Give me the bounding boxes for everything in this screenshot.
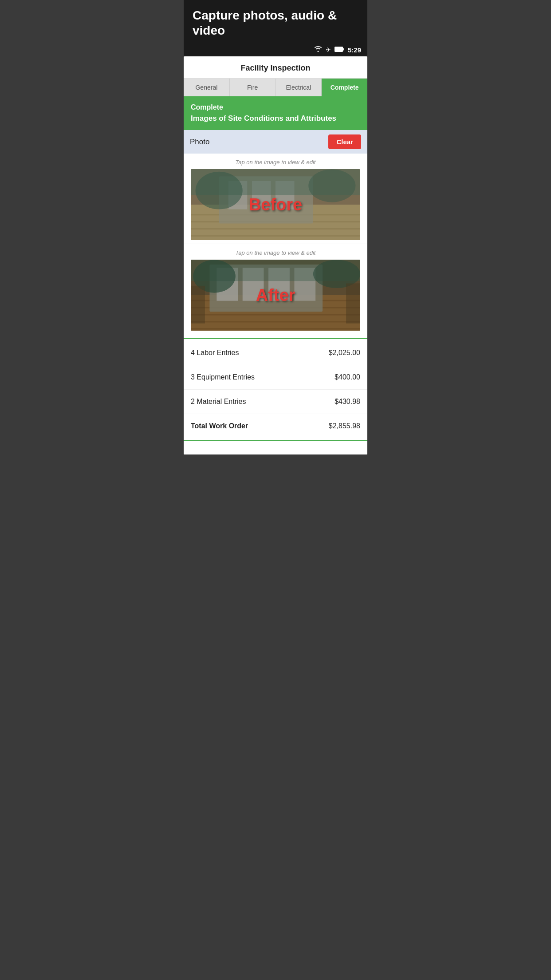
status-time: 5:29 [348, 46, 361, 54]
tab-electrical[interactable]: Electrical [276, 79, 322, 96]
labor-entry-value: $2,025.00 [329, 349, 360, 357]
material-entry-row: 2 Material Entries $430.98 [184, 390, 367, 414]
section-subtitle: Images of Site Conditions and Attributes [191, 114, 360, 123]
after-label: After [256, 286, 295, 305]
svg-rect-0 [335, 47, 342, 52]
equipment-entry-label: 3 Equipment Entries [191, 373, 255, 381]
after-image-section[interactable]: Tap on the image to view & edit [184, 244, 367, 338]
card-header: Facility Inspection [184, 56, 367, 79]
section-header: Complete Images of Site Conditions and A… [184, 97, 367, 130]
material-entry-value: $430.98 [335, 398, 360, 406]
labor-entry-row: 4 Labor Entries $2,025.00 [184, 341, 367, 365]
total-entry-value: $2,855.98 [329, 422, 360, 430]
svg-rect-19 [191, 314, 360, 316]
tab-fire[interactable]: Fire [230, 79, 276, 96]
entries-section: 4 Labor Entries $2,025.00 3 Equipment En… [184, 339, 367, 440]
tabs-row: General Fire Electrical Complete [184, 79, 367, 97]
status-bar: ✈ 5:29 [184, 44, 367, 56]
section-title: Complete [191, 103, 360, 111]
photo-label: Photo [190, 138, 209, 146]
after-image[interactable]: After [191, 260, 360, 331]
before-image-hint: Tap on the image to view & edit [191, 159, 360, 166]
main-card: Facility Inspection General Fire Electri… [184, 56, 367, 454]
svg-point-13 [196, 172, 243, 209]
svg-rect-30 [191, 286, 205, 324]
svg-rect-20 [191, 321, 360, 323]
bottom-spacer [184, 441, 367, 454]
before-label: Before [249, 195, 302, 214]
after-image-hint: Tap on the image to view & edit [191, 249, 360, 256]
before-image-section[interactable]: Tap on the image to view & edit Before [184, 154, 367, 244]
svg-rect-1 [343, 48, 344, 51]
tab-complete[interactable]: Complete [322, 79, 367, 96]
svg-rect-7 [191, 235, 360, 237]
airplane-icon: ✈ [326, 46, 331, 53]
total-entry-row: Total Work Order $2,855.98 [184, 414, 367, 438]
card-title: Facility Inspection [193, 63, 358, 73]
material-entry-label: 2 Material Entries [191, 398, 246, 406]
battery-icon [335, 46, 344, 54]
equipment-entry-row: 3 Equipment Entries $400.00 [184, 365, 367, 390]
svg-rect-31 [346, 284, 360, 324]
svg-rect-6 [191, 228, 360, 229]
top-banner: Capture photos, audio & video [184, 0, 367, 44]
svg-rect-21 [191, 328, 360, 329]
before-image[interactable]: Before [191, 169, 360, 240]
equipment-entry-value: $400.00 [335, 373, 360, 381]
total-entry-label: Total Work Order [191, 422, 248, 430]
labor-entry-label: 4 Labor Entries [191, 349, 239, 357]
wifi-icon [314, 46, 322, 54]
clear-button[interactable]: Clear [328, 134, 361, 149]
page-heading: Capture photos, audio & video [193, 8, 358, 38]
tab-general[interactable]: General [184, 79, 230, 96]
photo-row: Photo Clear [184, 130, 367, 154]
svg-point-14 [308, 170, 355, 202]
